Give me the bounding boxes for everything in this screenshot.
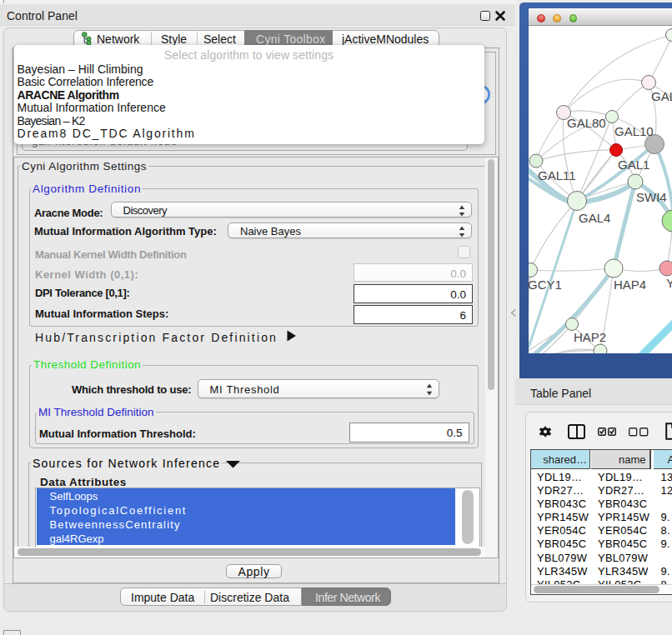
svg-text:GAL: GAL: [651, 89, 672, 103]
svg-text:SWI4: SWI4: [636, 190, 667, 204]
svg-text:GAL4: GAL4: [579, 211, 610, 225]
svg-text:GAL11: GAL11: [538, 168, 576, 182]
svg-text:GAL1: GAL1: [618, 158, 649, 172]
svg-text:GCY1: GCY1: [529, 278, 562, 292]
svg-text:Y: Y: [666, 276, 672, 290]
svg-text:HAP2: HAP2: [574, 330, 606, 344]
svg-text:GAL10: GAL10: [614, 124, 654, 138]
svg-text:HAP4: HAP4: [614, 278, 646, 292]
svg-text:GAL80: GAL80: [567, 116, 606, 130]
